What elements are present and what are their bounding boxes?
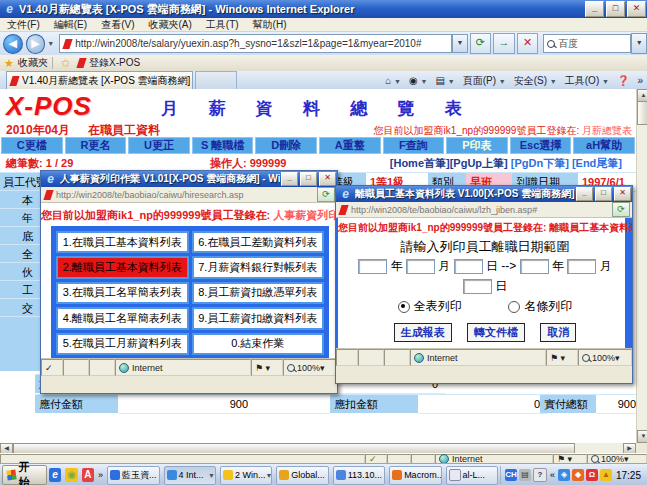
close-button[interactable]: ✕ [627,1,646,17]
maximize-button[interactable]: □ [606,1,625,17]
from-month-input[interactable] [406,259,435,274]
menu-item-6[interactable]: 6.在職員工差勤資料列表 [192,231,325,253]
leave-dialog-titlebar[interactable]: e 離職員工基本資料列表 V1.00[X-POS 雲端商務網] - Window… [336,186,632,202]
tools-menu[interactable]: 工具(O) ▼ [565,74,609,88]
menu-favorites[interactable]: 收藏夾(A) [148,18,191,32]
button-query[interactable]: F查詢 [383,137,445,154]
menu-view[interactable]: 查看(V) [101,18,134,32]
menu-item-4[interactable]: 4.離職員工名單簡表列表 [56,307,189,329]
back-button[interactable]: ◀ [3,34,23,54]
stop-button[interactable]: ✕ [517,33,539,54]
print-dialog-titlebar[interactable]: e 人事薪資列印作業 V1.01[X-POS 雲端商務網] - Win... _… [41,171,337,187]
nav-home-key[interactable]: [Home首筆] [390,157,450,169]
menu-file[interactable]: 文件(F) [7,18,40,32]
leave-dialog-url[interactable]: http://win2008/te/baobiao/caiwu/lzh_jibe… [351,205,612,215]
button-correct[interactable]: U更正 [128,137,190,154]
nav-end-key[interactable]: [End尾筆] [572,157,622,169]
help-tray-icon[interactable]: ? [533,468,547,482]
quicklaunch-more-icon[interactable]: » [98,470,103,480]
maximize-button[interactable]: □ [595,187,612,201]
button-help[interactable]: aH幫助 [573,137,635,154]
taskbar-app-document[interactable]: al-L... [446,466,498,485]
button-leave-file[interactable]: S 離職檔 [192,137,254,154]
from-year-input[interactable] [358,259,387,274]
help-icon[interactable]: ❓ [617,75,629,86]
tray-messenger-icon[interactable]: ◈ [558,469,570,481]
protected-mode-icon[interactable]: ⚑ ▾ [251,359,283,376]
button-rename[interactable]: R更名 [65,137,127,154]
search-input[interactable]: 百度 [543,34,631,53]
nav-pgdn-key[interactable]: [PgDn下筆] [511,157,569,169]
minimize-button[interactable]: _ [576,187,593,201]
maximize-button[interactable]: □ [300,172,317,186]
button-esc-select[interactable]: Esc選擇 [510,137,572,154]
menu-item-7[interactable]: 7.月薪資料銀行對帳列表 [192,256,325,278]
feeds-icon[interactable]: ◉ ▼ [409,75,427,86]
printer-icon[interactable]: ▤ [519,469,531,481]
scroll-down-icon[interactable]: ▼ [637,430,647,443]
button-print[interactable]: P印表 [446,137,508,154]
quicklaunch-messenger-icon[interactable]: ◉ [65,468,77,482]
start-button[interactable]: 开始 [2,465,47,485]
menu-edit[interactable]: 編輯(E) [54,18,87,32]
menu-tools[interactable]: 工具(T) [206,18,239,32]
refresh-icon[interactable]: ⟳ [612,202,630,217]
taskbar-app-ie-group[interactable]: 4 Int...▼ [164,466,216,485]
scroll-thumb[interactable] [637,101,647,125]
to-year-input[interactable] [520,259,549,274]
menu-item-8[interactable]: 8.員工薪資扣繳憑單列表 [192,282,325,304]
search-options-icon[interactable]: ▼ [631,33,647,54]
menu-help[interactable]: 幫助(H) [253,18,287,32]
close-button[interactable]: ✕ [614,187,631,201]
menu-item-9[interactable]: 9.員工薪資扣繳資料列表 [192,307,325,329]
tray-expand-icon[interactable]: « [550,470,555,480]
window-titlebar[interactable]: e V1.40月薪總覽表 [X-POS 雲端商務網] - Windows Int… [0,0,647,18]
tray-app-icon[interactable]: ◆ [572,469,584,481]
quicklaunch-qq-icon[interactable]: A [82,468,94,482]
button-delete[interactable]: D刪除 [255,137,317,154]
safety-menu[interactable]: 安全(S) ▼ [514,74,557,88]
protected-mode-icon[interactable]: ⚑ ▾ [546,349,578,366]
language-indicator[interactable]: CH [505,469,517,481]
tray-alert-icon[interactable]: ▲ [600,469,612,481]
taskbar-app-macromedia[interactable]: Macrom... [389,466,441,485]
button-rebuild[interactable]: A重整 [319,137,381,154]
menu-item-3[interactable]: 3.在職員工名單簡表列表 [56,282,189,304]
cancel-button[interactable]: 取消 [540,323,576,342]
favorite-link-xpos[interactable]: 登錄X-POS [89,56,140,70]
taskbar-app-113[interactable]: 113.10... [333,466,385,485]
clock[interactable]: 17:25 [616,470,641,481]
quicklaunch-ie-icon[interactable]: e [49,468,61,482]
taskbar-app-global[interactable]: Global... [276,466,328,485]
address-bar[interactable]: http://win2008/te/salary/yuexin.asp?h_sy… [59,34,452,53]
page-menu[interactable]: 頁面(P) ▼ [463,74,506,88]
go-button[interactable]: → [493,33,515,54]
to-day-input[interactable] [463,279,492,294]
more-icon[interactable]: » [637,75,643,86]
search-text[interactable]: 百度 [558,37,578,51]
vertical-scrollbar[interactable]: ▲ ▼ [636,89,647,443]
tray-qq-icon[interactable]: Ω [586,469,598,481]
add-favorite-icon[interactable]: ✩ [61,57,70,70]
tab-active[interactable]: V1.40月薪總覽表 [X-POS 雲端商務網] [6,71,193,89]
horizontal-scrollbar[interactable]: ◀ ▶ [0,443,636,453]
forward-button[interactable]: ▶ [26,34,46,54]
address-dropdown-icon[interactable]: ▼ [452,34,468,53]
favorites-star-icon[interactable]: ★ [4,57,14,70]
export-file-button[interactable]: 轉文件檔 [467,323,525,342]
history-dropdown-icon[interactable]: ▼ [47,40,54,47]
generate-report-button[interactable]: 生成報表 [394,323,452,342]
to-month-input[interactable] [567,259,596,274]
print-icon[interactable]: ▤ ▼ [435,75,454,86]
menu-item-2-selected[interactable]: 2.離職員工基本資料列表 [56,256,189,278]
from-day-input[interactable] [454,259,483,274]
zoom-control[interactable]: 100% ▾ [283,359,337,376]
home-icon[interactable]: ⌂ ▼ [385,75,401,86]
nav-pgup-key[interactable]: [PgUp上筆] [450,157,508,169]
minimize-button[interactable]: _ [585,1,604,17]
address-url[interactable]: http://win2008/te/salary/yuexin.asp?h_sy… [75,38,451,49]
new-tab-button[interactable] [195,71,237,89]
refresh-button[interactable]: ⟳ [470,33,492,54]
zoom-control[interactable]: 100% ▾ [578,349,632,366]
close-button[interactable]: ✕ [319,172,336,186]
